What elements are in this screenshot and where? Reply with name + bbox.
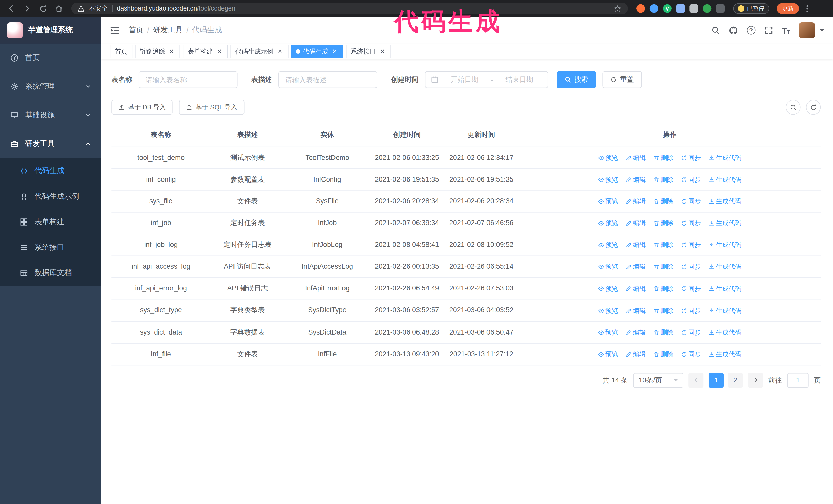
reset-button[interactable]: 重置 xyxy=(602,71,642,88)
generate-action-link[interactable]: 生成代码 xyxy=(709,174,741,185)
edit-action-link[interactable]: 编辑 xyxy=(626,218,646,229)
prev-page-button[interactable] xyxy=(688,373,703,388)
preview-action-link[interactable]: 预览 xyxy=(598,218,618,229)
date-range-picker[interactable]: 开始日期 - 结束日期 xyxy=(425,71,548,88)
tag-tab[interactable]: 代码生成示例× xyxy=(231,45,289,58)
next-page-button[interactable] xyxy=(748,373,763,388)
sidebar-item-codegen[interactable]: 代码生成 xyxy=(0,158,101,184)
address-bar[interactable]: 不安全 dashboard.yudao.iocoder.cn/tool/code… xyxy=(71,3,628,14)
tag-tab[interactable]: 表单构建× xyxy=(183,45,228,58)
delete-action-link[interactable]: 删除 xyxy=(653,328,673,338)
preview-action-link[interactable]: 预览 xyxy=(598,350,618,359)
home-button[interactable] xyxy=(52,2,66,16)
import-sql-button[interactable]: 基于 SQL 导入 xyxy=(179,100,244,115)
user-avatar[interactable] xyxy=(799,22,815,38)
sync-action-link[interactable]: 同步 xyxy=(681,197,701,207)
browser-menu-icon[interactable] xyxy=(806,5,808,12)
help-icon[interactable]: ? xyxy=(747,26,755,34)
preview-action-link[interactable]: 预览 xyxy=(598,197,618,207)
extension-v-icon[interactable]: V xyxy=(663,4,671,13)
delete-action-link[interactable]: 删除 xyxy=(653,262,673,272)
page-size-select[interactable]: 10条/页 xyxy=(633,373,683,388)
extensions-puzzle-icon[interactable] xyxy=(716,4,724,13)
sidebar-item-api[interactable]: 系统接口 xyxy=(0,235,101,260)
close-tab-icon[interactable]: × xyxy=(168,48,175,55)
generate-action-link[interactable]: 生成代码 xyxy=(709,328,741,338)
avatar-caret-icon[interactable] xyxy=(820,29,824,33)
table-name-input[interactable] xyxy=(139,71,238,88)
preview-action-link[interactable]: 预览 xyxy=(598,262,618,272)
search-icon[interactable] xyxy=(711,26,720,34)
font-size-icon[interactable]: TT xyxy=(782,26,790,34)
delete-action-link[interactable]: 删除 xyxy=(653,306,673,316)
toggle-search-button[interactable] xyxy=(786,100,801,115)
edit-action-link[interactable]: 编辑 xyxy=(626,174,646,185)
edit-action-link[interactable]: 编辑 xyxy=(626,153,646,163)
sidebar-item-form-builder[interactable]: 表单构建 xyxy=(0,209,101,235)
github-icon[interactable] xyxy=(729,26,738,34)
sync-action-link[interactable]: 同步 xyxy=(681,240,701,250)
sidebar-item-system[interactable]: 系统管理 xyxy=(0,72,101,101)
sync-action-link[interactable]: 同步 xyxy=(681,174,701,185)
preview-action-link[interactable]: 预览 xyxy=(598,174,618,185)
delete-action-link[interactable]: 删除 xyxy=(653,153,673,163)
edit-action-link[interactable]: 编辑 xyxy=(626,197,646,207)
sidebar-item-codegen-example[interactable]: 代码生成示例 xyxy=(0,184,101,209)
edit-action-link[interactable]: 编辑 xyxy=(626,306,646,316)
page-url[interactable]: dashboard.yudao.iocoder.cn/tool/codegen xyxy=(117,5,235,12)
sync-action-link[interactable]: 同步 xyxy=(681,350,701,359)
collapse-sidebar-icon[interactable] xyxy=(110,26,119,34)
page-number-button[interactable]: 2 xyxy=(728,373,743,388)
fullscreen-icon[interactable] xyxy=(764,26,773,34)
table-desc-input[interactable] xyxy=(278,71,377,88)
generate-action-link[interactable]: 生成代码 xyxy=(709,350,741,359)
delete-action-link[interactable]: 删除 xyxy=(653,284,673,294)
generate-action-link[interactable]: 生成代码 xyxy=(709,240,741,250)
extension-people-icon[interactable] xyxy=(676,4,685,13)
preview-action-link[interactable]: 预览 xyxy=(598,306,618,316)
reload-button[interactable] xyxy=(36,2,50,16)
extension-translate-icon[interactable] xyxy=(689,4,698,13)
edit-action-link[interactable]: 编辑 xyxy=(626,284,646,294)
delete-action-link[interactable]: 删除 xyxy=(653,240,673,250)
tag-tab[interactable]: 首页 xyxy=(110,45,132,58)
close-tab-icon[interactable]: × xyxy=(276,48,284,55)
breadcrumb-home[interactable]: 首页 xyxy=(129,25,144,35)
search-button[interactable]: 搜索 xyxy=(557,71,596,88)
page-number-button[interactable]: 1 xyxy=(709,373,723,388)
generate-action-link[interactable]: 生成代码 xyxy=(709,306,741,316)
close-tab-icon[interactable]: × xyxy=(379,48,386,55)
import-db-button[interactable]: 基于 DB 导入 xyxy=(112,100,173,115)
generate-action-link[interactable]: 生成代码 xyxy=(709,262,741,272)
sync-action-link[interactable]: 同步 xyxy=(681,153,701,163)
generate-action-link[interactable]: 生成代码 xyxy=(709,197,741,207)
extension-drop-icon[interactable] xyxy=(650,4,658,13)
preview-action-link[interactable]: 预览 xyxy=(598,284,618,294)
back-button[interactable] xyxy=(4,2,18,16)
extension-fox-icon[interactable] xyxy=(636,4,645,13)
delete-action-link[interactable]: 删除 xyxy=(653,218,673,229)
generate-action-link[interactable]: 生成代码 xyxy=(709,153,741,163)
generate-action-link[interactable]: 生成代码 xyxy=(709,218,741,229)
edit-action-link[interactable]: 编辑 xyxy=(626,240,646,250)
tag-tab[interactable]: 代码生成× xyxy=(291,45,343,58)
tag-tab[interactable]: 链路追踪× xyxy=(135,45,180,58)
preview-action-link[interactable]: 预览 xyxy=(598,328,618,338)
edit-action-link[interactable]: 编辑 xyxy=(626,328,646,338)
forward-button[interactable] xyxy=(20,2,34,16)
delete-action-link[interactable]: 删除 xyxy=(653,174,673,185)
delete-action-link[interactable]: 删除 xyxy=(653,197,673,207)
preview-action-link[interactable]: 预览 xyxy=(598,153,618,163)
sync-action-link[interactable]: 同步 xyxy=(681,284,701,294)
edit-action-link[interactable]: 编辑 xyxy=(626,350,646,359)
preview-action-link[interactable]: 预览 xyxy=(598,240,618,250)
sync-action-link[interactable]: 同步 xyxy=(681,306,701,316)
delete-action-link[interactable]: 删除 xyxy=(653,350,673,359)
sync-action-link[interactable]: 同步 xyxy=(681,262,701,272)
breadcrumb-devtools[interactable]: 研发工具 xyxy=(153,25,183,35)
goto-page-input[interactable] xyxy=(787,373,809,388)
browser-update-button[interactable]: 更新 xyxy=(777,3,799,14)
sidebar-item-db-doc[interactable]: 数据库文档 xyxy=(0,260,101,286)
extension-leaf-icon[interactable] xyxy=(703,4,711,13)
bookmark-star-icon[interactable] xyxy=(614,5,622,13)
